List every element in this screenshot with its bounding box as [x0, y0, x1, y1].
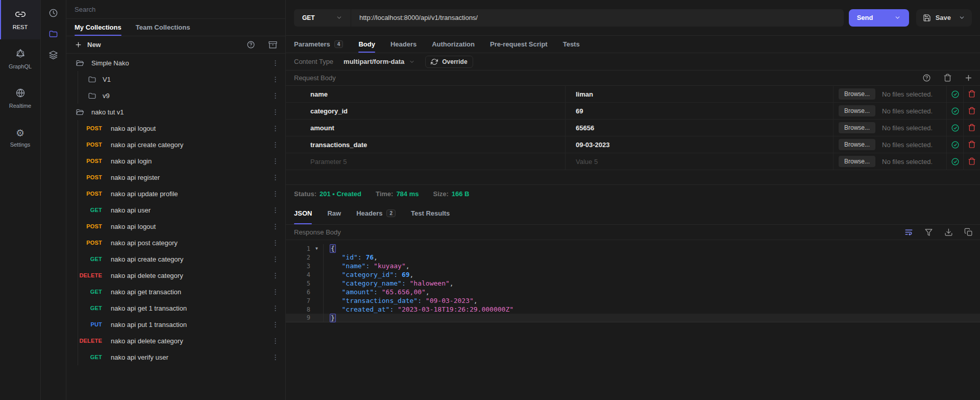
- help-icon[interactable]: [922, 74, 931, 82]
- browse-button[interactable]: Browse...: [839, 122, 875, 133]
- request-item[interactable]: POST nako api create category: [66, 136, 285, 153]
- tab-pre-request-script[interactable]: Pre-request Script: [490, 36, 548, 53]
- param-key-cell[interactable]: amount: [286, 120, 566, 136]
- request-item[interactable]: POST nako api post category: [66, 234, 285, 251]
- content-type-select[interactable]: multipart/form-data: [344, 58, 415, 65]
- param-value-cell[interactable]: 69: [566, 103, 834, 119]
- request-item[interactable]: POST nako api register: [66, 169, 285, 185]
- send-button[interactable]: Send: [849, 9, 909, 27]
- more-options-icon[interactable]: [272, 141, 279, 149]
- request-item[interactable]: GET nako api get 1 transaction: [66, 300, 285, 316]
- param-value-cell[interactable]: liman: [566, 86, 834, 102]
- tab-tests[interactable]: Tests: [563, 36, 580, 53]
- request-item[interactable]: DELETE nako api delete category: [66, 267, 285, 284]
- more-options-icon[interactable]: [272, 239, 279, 247]
- more-options-icon[interactable]: [272, 108, 279, 116]
- more-options-icon[interactable]: [272, 255, 279, 263]
- toggle-param-button[interactable]: [946, 120, 963, 136]
- more-options-icon[interactable]: [272, 337, 279, 345]
- filter-icon[interactable]: [924, 228, 933, 237]
- param-value-cell[interactable]: 09-03-2023: [566, 136, 834, 153]
- more-options-icon[interactable]: [272, 157, 279, 165]
- request-item[interactable]: PUT nako api put 1 transaction: [66, 316, 285, 333]
- more-options-icon[interactable]: [272, 206, 279, 214]
- delete-param-button[interactable]: [963, 136, 980, 153]
- method-select[interactable]: GET: [294, 9, 351, 27]
- more-options-icon[interactable]: [272, 125, 279, 132]
- tab-team-collections[interactable]: Team Collections: [136, 19, 190, 36]
- collection-folder[interactable]: v9: [66, 87, 285, 104]
- nav-item-settings[interactable]: ⚙ Settings: [0, 118, 40, 157]
- tab-parameters[interactable]: Parameters 4: [294, 36, 343, 53]
- toggle-param-button[interactable]: [946, 136, 963, 153]
- request-item[interactable]: GET nako api user: [66, 202, 285, 218]
- request-item[interactable]: GET nako api create category: [66, 251, 285, 267]
- chevron-down-icon[interactable]: [894, 14, 901, 21]
- browse-button[interactable]: Browse...: [839, 88, 875, 100]
- more-options-icon[interactable]: [272, 59, 279, 67]
- chevron-down-icon[interactable]: [959, 14, 965, 21]
- add-icon[interactable]: [964, 74, 973, 82]
- request-item[interactable]: POST nako api logout: [66, 120, 285, 136]
- fold-arrow-icon[interactable]: ▼: [310, 246, 323, 251]
- copy-icon[interactable]: [964, 228, 973, 237]
- response-tab-test-results[interactable]: Test Results: [411, 202, 450, 224]
- browse-button[interactable]: Browse...: [839, 105, 875, 116]
- param-value-cell[interactable]: Value 5: [566, 153, 834, 170]
- param-key-cell[interactable]: Parameter 5: [286, 153, 566, 170]
- wrap-lines-icon[interactable]: [904, 228, 913, 237]
- save-button[interactable]: Save: [916, 9, 972, 27]
- browse-button[interactable]: Browse...: [839, 156, 875, 167]
- more-options-icon[interactable]: [272, 92, 279, 100]
- tab-body[interactable]: Body: [358, 36, 375, 53]
- more-options-icon[interactable]: [272, 272, 279, 279]
- response-body-code[interactable]: 1 ▼ { 2 "id": 76, 3 "name": "kuyaay", 4 …: [286, 240, 980, 400]
- param-key-cell[interactable]: name: [286, 86, 566, 102]
- request-item[interactable]: DELETE nako api delete category: [66, 333, 285, 349]
- more-options-icon[interactable]: [272, 174, 279, 181]
- nav-item-graphql[interactable]: GraphQL: [0, 39, 40, 79]
- request-item[interactable]: POST nako api update profile: [66, 185, 285, 202]
- download-icon[interactable]: [944, 228, 953, 237]
- more-options-icon[interactable]: [272, 321, 279, 328]
- toggle-param-button[interactable]: [946, 103, 963, 119]
- folder-icon[interactable]: [48, 29, 58, 39]
- param-value-cell[interactable]: 65656: [566, 120, 834, 136]
- url-input[interactable]: http://localhost:8000/api/v1/transaction…: [351, 9, 844, 27]
- clock-icon[interactable]: [48, 8, 58, 18]
- more-options-icon[interactable]: [272, 223, 279, 230]
- response-tab-json[interactable]: JSON: [294, 202, 312, 224]
- search-input[interactable]: [75, 6, 277, 13]
- browse-button[interactable]: Browse...: [839, 139, 875, 150]
- delete-param-button[interactable]: [963, 120, 980, 136]
- delete-all-icon[interactable]: [943, 74, 952, 82]
- collection-folder[interactable]: nako tut v1: [66, 104, 285, 120]
- response-tab-headers[interactable]: Headers 2: [356, 202, 396, 224]
- help-icon[interactable]: [247, 40, 255, 49]
- request-item[interactable]: POST nako api logout: [66, 218, 285, 234]
- collection-folder[interactable]: Simple Nako: [66, 55, 285, 71]
- archive-icon[interactable]: [268, 40, 277, 49]
- toggle-param-button[interactable]: [946, 153, 963, 170]
- more-options-icon[interactable]: [272, 288, 279, 296]
- request-item[interactable]: GET nako api get transaction: [66, 284, 285, 300]
- more-options-icon[interactable]: [272, 76, 279, 83]
- override-button[interactable]: Override: [425, 56, 473, 68]
- more-options-icon[interactable]: [272, 190, 279, 198]
- toggle-param-button[interactable]: [946, 86, 963, 102]
- request-item[interactable]: GET nako api verify user: [66, 349, 285, 365]
- request-item[interactable]: POST nako api login: [66, 153, 285, 169]
- tab-authorization[interactable]: Authorization: [432, 36, 475, 53]
- more-options-icon[interactable]: [272, 304, 279, 312]
- delete-param-button[interactable]: [963, 86, 980, 102]
- param-key-cell[interactable]: category_id: [286, 103, 566, 119]
- tab-headers[interactable]: Headers: [390, 36, 416, 53]
- response-tab-raw[interactable]: Raw: [327, 202, 341, 224]
- delete-param-button[interactable]: [963, 153, 980, 170]
- delete-param-button[interactable]: [963, 103, 980, 119]
- collection-folder[interactable]: V1: [66, 71, 285, 87]
- new-collection-button[interactable]: New: [87, 41, 101, 49]
- layers-icon[interactable]: [48, 50, 58, 60]
- nav-item-rest[interactable]: REST: [0, 0, 40, 39]
- more-options-icon[interactable]: [272, 354, 279, 361]
